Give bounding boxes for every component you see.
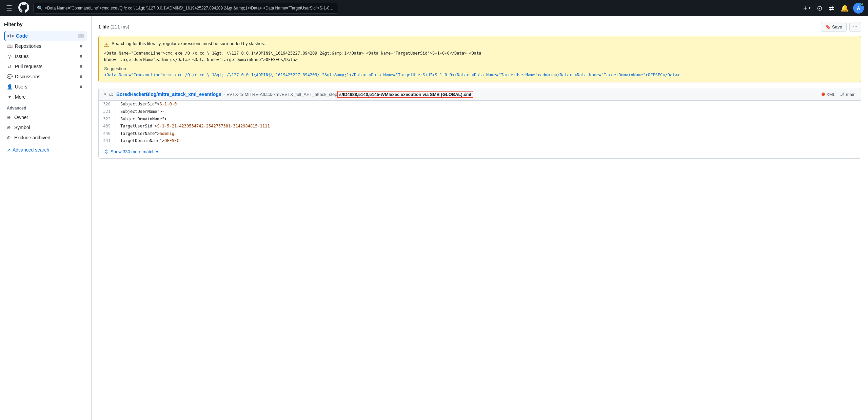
- line-number: 322: [99, 116, 115, 123]
- advanced-search-link[interactable]: ↗ Advanced search: [4, 145, 87, 155]
- avatar[interactable]: A: [853, 3, 864, 14]
- sidebar-item-users[interactable]: 👤 Users 0: [4, 82, 87, 92]
- warning-icon: ⚠: [104, 42, 109, 48]
- sidebar-item-code-label: Code: [16, 33, 28, 39]
- line-number: 439: [99, 123, 115, 130]
- sidebar-item-discussions[interactable]: 💬 Discussions 0: [4, 72, 87, 81]
- result-time: (211 ms): [111, 24, 129, 29]
- file-path-before: EVTX-to-MITRE-Attack-xml/EVTX_full_APT_a…: [226, 92, 337, 97]
- sidebar-item-pr-left: ⇄ Pull requests: [7, 64, 42, 69]
- sidebar-item-issues-badge: 0: [78, 54, 84, 59]
- main-layout: Filter by </> Code 1 📖 Repositories 0 ◎ …: [0, 16, 868, 420]
- line-number: 440: [99, 130, 115, 138]
- exclude-plus-icon: ⊕: [7, 135, 12, 140]
- line-content: TargetUserSid">S-1-5-21-4230534742-25427…: [115, 123, 861, 130]
- sidebar-item-more-left: ▾ More: [7, 94, 26, 100]
- sidebar: Filter by </> Code 1 📖 Repositories 0 ◎ …: [0, 16, 92, 420]
- hamburger-menu-button[interactable]: ☰: [4, 3, 14, 14]
- sidebar-owner-label: Owner: [14, 115, 28, 120]
- result-count-number: 1 file: [98, 24, 109, 29]
- sidebar-item-discussions-left: 💬 Discussions: [7, 74, 40, 79]
- warning-box: ⚠ Searching for this literally, regular …: [98, 36, 861, 82]
- sidebar-item-issues-left: ◎ Issues: [7, 54, 28, 59]
- more-options-button[interactable]: ···: [849, 22, 861, 32]
- result-card-left: ▾ 🗂 BoredHackerBlog/mitre_attack_xml_eve…: [104, 92, 473, 97]
- search-bar[interactable]: 🔍 <Data Name="CommandLine">cmd.exe /Q /c…: [33, 3, 338, 14]
- warning-text: Searching for this literally, regular ex…: [112, 41, 265, 46]
- warning-code-line1: <Data Name="CommandLine">cmd.exe /Q /c c…: [104, 50, 855, 57]
- top-navigation: ☰ 🔍 <Data Name="CommandLine">cmd.exe /Q …: [0, 0, 868, 16]
- sidebar-owner-filter[interactable]: ⊕ Owner: [4, 113, 87, 122]
- sidebar-item-repositories[interactable]: 📖 Repositories 0: [4, 41, 87, 51]
- sidebar-item-discussions-label: Discussions: [15, 74, 40, 79]
- line-content: SubjectUserName">-: [115, 108, 861, 116]
- language-indicator: XML: [822, 92, 835, 97]
- sidebar-exclude-archived-label: Exclude archived: [14, 135, 51, 140]
- sidebar-symbol-label: Symbol: [14, 125, 30, 130]
- branch-indicator: ⎇ main: [840, 92, 855, 97]
- repo-name-link[interactable]: BoredHackerBlog/mitre_attack_xml_eventlo…: [116, 92, 221, 97]
- sidebar-item-more[interactable]: ▾ More: [4, 92, 87, 102]
- sidebar-item-pull-requests[interactable]: ⇄ Pull requests 0: [4, 62, 87, 71]
- sidebar-item-code-left: </> Code: [8, 33, 28, 39]
- show-more-button[interactable]: ⇕ Show 330 more matches: [99, 145, 861, 158]
- line-content: TargetDomainName">OFFSEC: [115, 137, 861, 145]
- pull-request-icon: ⇄: [829, 4, 834, 12]
- expand-icon: ⇕: [104, 148, 108, 155]
- sidebar-item-issues[interactable]: ◎ Issues 0: [4, 52, 87, 61]
- suggestion-code: <Data Name="CommandLine">cmd.exe /Q /c c…: [104, 73, 855, 77]
- sidebar-item-users-badge: 0: [78, 84, 84, 89]
- show-more-label: Show 330 more matches: [111, 149, 159, 154]
- table-row: 439 TargetUserSid">S-1-5-21-4230534742-2…: [99, 123, 861, 130]
- line-number: 321: [99, 108, 115, 116]
- create-button[interactable]: ＋ ▾: [800, 2, 813, 14]
- line-content: SubjectUserSid">S-1-0-0: [115, 101, 861, 108]
- avatar-online-dot: [861, 3, 864, 6]
- save-button[interactable]: 🔖 Save: [821, 22, 847, 32]
- user-icon: 👤: [7, 84, 12, 89]
- line-content: TargetUserName">admmig: [115, 130, 861, 138]
- advanced-section-title: Advanced: [7, 106, 87, 111]
- collapse-toggle[interactable]: ▾: [104, 92, 106, 97]
- table-row: 440 TargetUserName">admmig: [99, 130, 861, 138]
- symbol-plus-icon: ⊕: [7, 125, 12, 130]
- sidebar-item-users-left: 👤 Users: [7, 84, 27, 89]
- table-row: 321 SubjectUserName">-: [99, 108, 861, 116]
- sidebar-item-repos-left: 📖 Repositories: [7, 43, 41, 49]
- sidebar-item-pr-badge: 0: [78, 64, 84, 69]
- plus-icon: ＋: [802, 3, 809, 13]
- copilot-button[interactable]: ⊙: [815, 3, 825, 14]
- sidebar-title: Filter by: [4, 22, 87, 27]
- notifications-button[interactable]: 🔔: [839, 3, 851, 14]
- sidebar-symbol-filter[interactable]: ⊕ Symbol: [4, 123, 87, 132]
- search-icon: 🔍: [37, 5, 43, 11]
- chevron-down-icon: ▾: [809, 6, 811, 10]
- line-content: SubjectDomainName">-: [115, 116, 861, 123]
- pull-requests-button[interactable]: ⇄: [827, 3, 836, 14]
- sidebar-item-more-label: More: [15, 94, 26, 100]
- lang-color-dot: [822, 93, 825, 96]
- sidebar-item-users-label: Users: [15, 84, 27, 89]
- result-card: ▾ 🗂 BoredHackerBlog/mitre_attack_xml_eve…: [98, 88, 861, 159]
- chevron-down-icon: ▾: [7, 94, 12, 100]
- file-path-highlight-box: s/ID4688,5140,5145-WMIexec execution via…: [337, 91, 473, 98]
- sidebar-item-code[interactable]: </> Code 1: [4, 31, 87, 41]
- sidebar-item-pr-label: Pull requests: [15, 64, 42, 69]
- copilot-icon: ⊙: [817, 4, 823, 12]
- language-label: XML: [826, 92, 835, 97]
- warning-code-line2: Name="TargetUserName">admmig</Data> <Dat…: [104, 57, 855, 63]
- external-link-icon: ↗: [7, 147, 11, 153]
- result-card-header: ▾ 🗂 BoredHackerBlog/mitre_attack_xml_eve…: [99, 88, 861, 101]
- sidebar-exclude-archived[interactable]: ⊕ Exclude archived: [4, 133, 87, 142]
- ellipsis-icon: ···: [853, 24, 857, 29]
- issue-icon: ◎: [7, 54, 12, 59]
- suggestion-block: Suggestion: <Data Name="CommandLine">cmd…: [104, 66, 855, 77]
- save-label: Save: [832, 24, 842, 29]
- bookmark-icon: 🔖: [825, 24, 831, 29]
- advanced-search-label: Advanced search: [13, 147, 49, 153]
- github-logo: [18, 2, 29, 14]
- discussion-icon: 💬: [7, 74, 12, 79]
- file-path: · EVTX-to-MITRE-Attack-xml/EVTX_full_APT…: [224, 92, 473, 97]
- table-row: 320 SubjectUserSid">S-1-0-0: [99, 101, 861, 108]
- line-number: 320: [99, 101, 115, 108]
